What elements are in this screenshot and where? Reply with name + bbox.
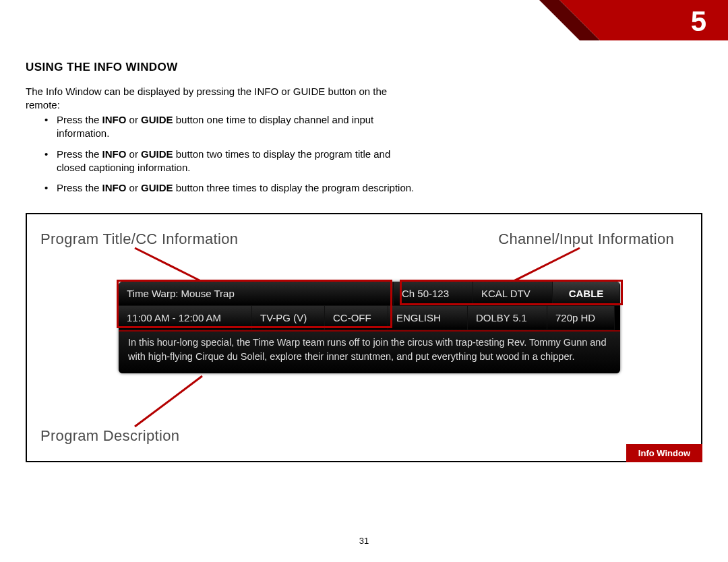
list-item: Press the INFO or GUIDE button one time …: [44, 113, 415, 141]
svg-line-3: [512, 248, 580, 282]
chapter-tab: 5: [539, 0, 728, 40]
osd-row-2: 11:00 AM - 12:00 AM TV-PG (V) CC-OFF ENG…: [119, 306, 620, 330]
svg-line-4: [135, 376, 202, 427]
figure-box: Program Title/CC Information Channel/Inp…: [26, 213, 702, 462]
manual-page: 5 USING THE INFO WINDOW The Info Window …: [0, 0, 728, 562]
instruction-list: Press the INFO or GUIDE button one time …: [44, 113, 415, 201]
figure-caption: Info Window: [626, 444, 702, 462]
osd-language: ENGLISH: [388, 306, 468, 330]
page-number: 31: [0, 536, 728, 546]
callout-program-description: Program Description: [40, 427, 179, 445]
info-window-osd: Time Warp: Mouse Trap Ch 50-123 KCAL DTV…: [119, 282, 620, 373]
callout-program-title: Program Title/CC Information: [40, 230, 238, 248]
osd-resolution: 720p HD: [547, 306, 615, 330]
list-item: Press the INFO or GUIDE button two times…: [44, 148, 415, 175]
intro-paragraph: The Info Window can be displayed by pres…: [26, 85, 423, 113]
osd-row-1: Time Warp: Mouse Trap Ch 50-123 KCAL DTV…: [119, 282, 620, 306]
osd-time: 11:00 AM - 12:00 AM: [119, 306, 252, 330]
svg-line-2: [135, 248, 202, 282]
osd-rating: TV-PG (V): [252, 306, 325, 330]
osd-input: CABLE: [553, 282, 620, 306]
callout-channel-input: Channel/Input Information: [498, 230, 674, 248]
osd-program-title: Time Warp: Mouse Trap: [119, 282, 394, 306]
chapter-number: 5: [691, 5, 706, 38]
osd-station: KCAL DTV: [473, 282, 553, 306]
list-item: Press the INFO or GUIDE button three tim…: [44, 181, 415, 195]
osd-cc: CC-OFF: [325, 306, 388, 330]
osd-audio: DOLBY 5.1: [468, 306, 547, 330]
section-heading: USING THE INFO WINDOW: [26, 61, 178, 74]
osd-description: In this hour-long special, the Time Warp…: [119, 330, 620, 373]
osd-channel: Ch 50-123: [394, 282, 473, 306]
